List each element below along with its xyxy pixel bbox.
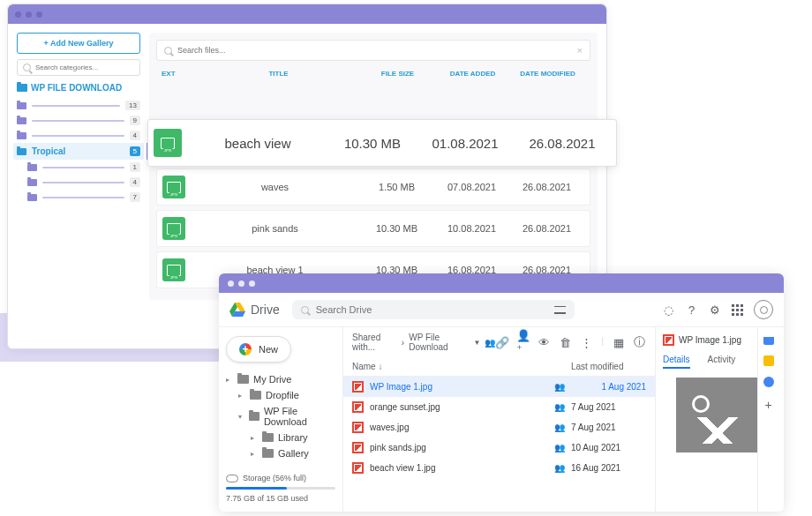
ready-icon[interactable]: ◌ <box>662 303 675 317</box>
folder-icon <box>17 84 27 92</box>
window-dot[interactable] <box>249 280 255 287</box>
plus-icon <box>239 343 252 355</box>
apps-icon[interactable] <box>731 303 744 317</box>
people-icon: 👥 <box>485 338 495 348</box>
breadcrumb[interactable]: Shared with...›WP File Download▼👥 <box>352 333 495 352</box>
category-item-active[interactable]: Tropical5 <box>13 143 144 160</box>
drive-logo[interactable]: Drive <box>229 303 280 317</box>
tab-details[interactable]: Details <box>663 355 690 369</box>
col-title[interactable]: TITLE <box>197 70 360 78</box>
drive-row-selected[interactable]: WP Image 1.jpg👥1 Aug 2021 <box>343 377 655 397</box>
col-size[interactable]: FILE SIZE <box>360 70 435 78</box>
jpg-icon <box>162 258 185 281</box>
detail-title: WP Image 1.jpg <box>679 335 741 345</box>
search-files[interactable]: × <box>156 40 590 61</box>
window-titlebar <box>8 4 606 24</box>
window-dot[interactable] <box>228 280 234 287</box>
jpg-icon <box>162 176 185 198</box>
tab-activity[interactable]: Activity <box>708 355 736 369</box>
folder-icon <box>17 117 26 124</box>
info-icon[interactable]: ⓘ <box>633 336 646 349</box>
category-item[interactable]: 7 <box>27 190 140 205</box>
tasks-icon[interactable] <box>763 377 774 387</box>
google-drive-window: Drive ◌ ? ⚙ New ▸My Drive ▸Dropfile ▾WP … <box>219 273 784 512</box>
clear-icon[interactable]: × <box>577 45 583 56</box>
add-person-icon[interactable]: 👤⁺ <box>516 336 530 349</box>
grid-view-icon[interactable]: ▦ <box>612 336 625 349</box>
folder-icon <box>249 412 259 421</box>
storage[interactable]: Storage (56% full) 7.75 GB of 15 GB used <box>226 474 335 503</box>
search-categories[interactable] <box>17 59 140 76</box>
col-added[interactable]: DATE ADDED <box>435 70 510 78</box>
search-files-input[interactable] <box>177 46 572 55</box>
tree-library[interactable]: ▸Library <box>251 430 335 445</box>
sort-modified[interactable]: Last modified <box>571 362 646 371</box>
window-dot[interactable] <box>15 11 21 18</box>
image-icon <box>352 381 364 393</box>
image-icon <box>352 401 364 413</box>
calendar-icon[interactable] <box>763 334 774 345</box>
folder-icon <box>17 102 26 109</box>
tree-dropfile[interactable]: ▸Dropfile <box>238 387 335 403</box>
sidebar: + Add New Gallery WP FILE DOWNLOAD 13 9 … <box>17 33 140 300</box>
table-header: EXT TITLE FILE SIZE DATE ADDED DATE MODI… <box>156 61 590 85</box>
search-categories-input[interactable] <box>35 64 134 71</box>
window-titlebar <box>219 273 784 293</box>
category-item[interactable]: 4 <box>17 128 140 143</box>
people-icon: 👥 <box>554 423 565 432</box>
people-icon: 👥 <box>554 402 565 412</box>
window-dot[interactable] <box>238 280 244 287</box>
drive-row[interactable]: pink sands.jpg👥10 Aug 2021 <box>343 437 655 458</box>
folder-icon <box>262 433 274 442</box>
category-item[interactable]: 9 <box>17 113 140 128</box>
category-item[interactable]: 13 <box>17 98 140 113</box>
table-row[interactable]: pink sands10.30 MB10.08.202126.08.2021 <box>156 210 590 247</box>
preview-icon[interactable]: 👁 <box>538 336 551 349</box>
tune-icon[interactable] <box>554 305 566 315</box>
folder-icon <box>250 391 261 400</box>
image-icon <box>663 334 674 346</box>
drive-row[interactable]: orange sunset.jpg👥7 Aug 2021 <box>343 397 655 417</box>
search-icon <box>301 306 309 314</box>
link-icon[interactable]: 🔗 <box>495 336 508 349</box>
category-item[interactable]: 4 <box>27 175 140 190</box>
detail-panel: WP Image 1.jpg × Details Activity + <box>656 327 784 512</box>
new-button[interactable]: New <box>226 336 291 363</box>
image-icon <box>352 422 364 433</box>
drive-search-input[interactable] <box>316 304 547 315</box>
folder-icon <box>27 194 37 201</box>
category-item[interactable]: 1 <box>27 160 140 175</box>
tree-gallery[interactable]: ▸Gallery <box>251 445 335 461</box>
drive-row[interactable]: waves.jpg👥7 Aug 2021 <box>343 417 655 437</box>
cloud-icon <box>226 475 238 482</box>
help-icon[interactable]: ? <box>685 303 698 317</box>
image-preview <box>676 378 764 452</box>
file-list-header: Name ↓ Last modified <box>343 357 655 377</box>
tree-my-drive[interactable]: ▸My Drive <box>226 371 335 387</box>
drive-search[interactable] <box>292 300 575 319</box>
table-row-highlighted[interactable]: beach view 10.30 MB 01.08.2021 26.08.202… <box>147 119 617 167</box>
window-dot[interactable] <box>36 11 42 18</box>
col-ext[interactable]: EXT <box>162 70 197 78</box>
table-row[interactable]: waves1.50 MB07.08.202126.08.2021 <box>156 168 590 206</box>
gear-icon[interactable]: ⚙ <box>708 303 721 317</box>
keep-icon[interactable] <box>763 355 774 366</box>
drive-row[interactable]: beach view 1.jpg👥16 Aug 2021 <box>343 458 655 478</box>
avatar[interactable] <box>754 300 773 319</box>
side-panel: + <box>757 327 778 512</box>
people-icon: 👥 <box>554 382 565 392</box>
jpg-icon <box>162 217 185 240</box>
tree-wpfd[interactable]: ▾WP File Download <box>238 403 335 430</box>
col-modified[interactable]: DATE MODIFIED <box>510 70 585 78</box>
search-icon <box>23 64 31 71</box>
more-icon[interactable]: ⋮ <box>580 336 593 349</box>
drive-main: Shared with...›WP File Download▼👥 🔗 👤⁺ 👁… <box>342 327 656 512</box>
add-icon[interactable]: + <box>764 398 771 412</box>
trash-icon[interactable]: 🗑 <box>559 336 572 349</box>
people-icon: 👥 <box>554 443 565 452</box>
people-icon: 👥 <box>554 463 565 473</box>
add-gallery-button[interactable]: + Add New Gallery <box>17 33 140 54</box>
folder-icon <box>17 132 26 139</box>
window-dot[interactable] <box>26 11 32 18</box>
sort-name[interactable]: Name <box>352 362 376 371</box>
